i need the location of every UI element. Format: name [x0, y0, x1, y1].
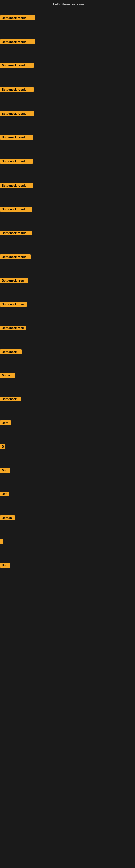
- site-title: TheBottlenecker.com: [51, 2, 84, 6]
- bottleneck-badge-22: Bottlen: [0, 516, 15, 520]
- bottleneck-badge-14: Bottleneck resu: [0, 326, 26, 330]
- bottleneck-badge-20: Bott: [0, 468, 10, 473]
- bottleneck-badge-1: Bottleneck result: [0, 16, 35, 20]
- bottleneck-badge-12: Bottleneck resu: [0, 278, 28, 283]
- bottleneck-badge-18: Bott: [0, 421, 11, 425]
- bottleneck-badge-7: Bottleneck result: [0, 159, 33, 163]
- bottleneck-badge-19: B: [0, 444, 5, 449]
- bottleneck-badge-16: Bottle: [0, 373, 15, 378]
- bottleneck-badge-8: Bottleneck result: [0, 183, 33, 188]
- bottleneck-badge-6: Bottleneck result: [0, 135, 34, 140]
- bottleneck-badge-2: Bottleneck result: [0, 39, 35, 44]
- bottleneck-badge-11: Bottleneck result: [0, 254, 31, 259]
- bottleneck-badge-4: Bottleneck result: [0, 87, 34, 92]
- bottleneck-badge-15: Bottleneck: [0, 349, 21, 354]
- bottleneck-badge-13: Bottleneck resu: [0, 302, 27, 307]
- bottleneck-badge-17: Bottleneck: [0, 397, 21, 401]
- bottleneck-badge-21: Bot: [0, 492, 9, 496]
- bottleneck-badge-9: Bottleneck result: [0, 207, 32, 212]
- bottleneck-badge-23: |: [0, 539, 3, 544]
- bottleneck-badge-10: Bottleneck result: [0, 230, 32, 236]
- bottleneck-badge-3: Bottleneck result: [0, 63, 34, 68]
- bottleneck-badge-24: Bott: [0, 563, 10, 568]
- bottleneck-badge-5: Bottleneck result: [0, 111, 34, 116]
